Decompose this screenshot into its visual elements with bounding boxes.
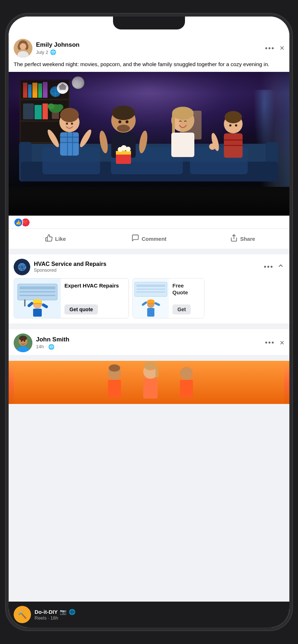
reactions-row: 👍 ❤️ (9, 216, 289, 229)
image-overlay-bottom (9, 194, 289, 216)
svg-rect-98 (147, 303, 155, 304)
notch (113, 17, 185, 29)
share-icon (230, 234, 238, 244)
svg-rect-81 (19, 291, 55, 293)
avatar-john[interactable] (14, 334, 32, 352)
svg-rect-64 (171, 133, 194, 157)
hvac-image-1 (14, 279, 61, 318)
svg-point-104 (19, 336, 27, 341)
thumbs-up-icon: 👍 (15, 220, 21, 225)
post-top-actions: ••• × (265, 43, 284, 53)
poster-name-john: John Smith (36, 336, 265, 343)
ad-meta-hvac: HVAC Service and Repairs Sponsored (34, 261, 264, 273)
svg-rect-92 (136, 285, 165, 287)
svg-point-46 (71, 123, 73, 125)
svg-rect-68 (224, 139, 243, 141)
svg-rect-96 (147, 308, 154, 317)
svg-point-73 (209, 143, 216, 150)
share-button[interactable]: Share (196, 230, 289, 247)
svg-point-58 (118, 120, 121, 123)
svg-point-56 (126, 147, 131, 152)
post-date-john: 14h ● 🌐 (36, 344, 265, 350)
svg-rect-93 (136, 289, 165, 290)
ad-item-title-1: Expert HVAC Repairs (64, 282, 125, 289)
avatar-emily[interactable] (14, 39, 32, 58)
ad-item-1: Expert HVAC Repairs Get quote (14, 278, 129, 318)
svg-rect-40 (60, 142, 79, 143)
svg-rect-94 (136, 291, 165, 293)
post-text-emily: The perfect weekend night: movies, popco… (9, 60, 289, 72)
divider-3 (9, 358, 289, 361)
feed: Emily Johnson July 2 🌐 ••• × The perfect… (9, 34, 289, 404)
like-icon (45, 234, 53, 244)
svg-rect-80 (19, 286, 55, 289)
globe-icon-emily: 🌐 (50, 49, 56, 55)
phone-frame: Emily Johnson July 2 🌐 ••• × The perfect… (9, 17, 289, 627)
svg-rect-69 (224, 145, 243, 146)
svg-rect-82 (19, 295, 55, 296)
post-meta-emily: Emily Johnson July 2 🌐 (36, 41, 265, 55)
ad-top-actions: ••• (264, 262, 284, 271)
svg-rect-38 (60, 132, 79, 156)
post-top-actions-john: ••• × (265, 338, 284, 348)
svg-point-48 (112, 106, 135, 120)
comment-label: Comment (141, 236, 166, 242)
svg-point-77 (21, 266, 23, 268)
close-button-john[interactable]: × (280, 338, 284, 348)
ad-cta-button-2[interactable]: Get (172, 304, 191, 314)
post-date-emily: July 2 🌐 (36, 49, 265, 55)
svg-rect-42 (72, 132, 73, 156)
image-overlay-top (9, 72, 289, 93)
ad-item-img-2 (133, 279, 169, 318)
ad-collapse-button[interactable] (277, 262, 284, 271)
like-reaction: 👍 (14, 218, 23, 227)
svg-rect-39 (60, 137, 79, 138)
more-options-button-john[interactable]: ••• (265, 339, 275, 347)
svg-point-106 (24, 340, 25, 342)
divider-1 (9, 252, 289, 254)
like-button[interactable]: Like (9, 230, 102, 247)
ad-item-content-2: Free Quote Get (169, 279, 204, 318)
ad-cta-button-1[interactable]: Get quote (64, 304, 98, 314)
ad-item-img-1 (14, 279, 61, 318)
poster-name-emily: Emily Johnson (36, 41, 265, 49)
family-scene (9, 72, 289, 216)
comment-button[interactable]: Comment (102, 230, 196, 247)
reel-thumbnail[interactable] (9, 361, 289, 404)
close-button-emily[interactable]: × (280, 43, 284, 53)
share-label: Share (240, 236, 255, 242)
post-image-emily (9, 72, 289, 216)
ad-item-2: Free Quote Get (132, 278, 204, 318)
heart-icon: ❤️ (23, 220, 28, 225)
ad-carousel[interactable]: Expert HVAC Repairs Get quote (9, 278, 289, 323)
comment-icon (131, 234, 139, 244)
ad-item-title-2: Free Quote (172, 282, 200, 296)
post-emily: Emily Johnson July 2 🌐 ••• × The perfect… (9, 34, 289, 249)
ad-name-hvac: HVAC Service and Repairs (34, 261, 264, 267)
globe-icon-john: 🌐 (48, 344, 54, 350)
hvac-image-2 (133, 279, 169, 318)
svg-rect-120 (14, 361, 284, 404)
ad-avatar-hvac (14, 259, 30, 275)
reaction-icons: 👍 ❤️ (14, 218, 30, 227)
post-header-john: John Smith 14h ● 🌐 ••• × (9, 329, 289, 355)
screen: Emily Johnson July 2 🌐 ••• × The perfect… (9, 17, 289, 627)
like-label: Like (55, 236, 66, 242)
post-john: John Smith 14h ● 🌐 ••• × (9, 329, 289, 355)
svg-rect-41 (67, 132, 68, 156)
more-options-button-emily[interactable]: ••• (265, 44, 275, 52)
svg-point-105 (21, 340, 22, 342)
svg-point-59 (126, 120, 128, 123)
post-meta-john: John Smith 14h ● 🌐 (36, 336, 265, 350)
svg-point-45 (66, 123, 68, 125)
ad-sponsored-label: Sponsored (34, 267, 264, 273)
svg-point-71 (235, 124, 237, 126)
svg-point-66 (225, 111, 242, 123)
svg-point-6 (20, 43, 26, 50)
divider-2 (9, 326, 289, 329)
ad-header: HVAC Service and Repairs Sponsored ••• (9, 254, 289, 278)
ad-item-content-1: Expert HVAC Repairs Get quote (61, 279, 128, 318)
ad-more-button[interactable]: ••• (264, 263, 274, 271)
svg-point-37 (60, 108, 79, 122)
svg-point-70 (229, 124, 231, 126)
